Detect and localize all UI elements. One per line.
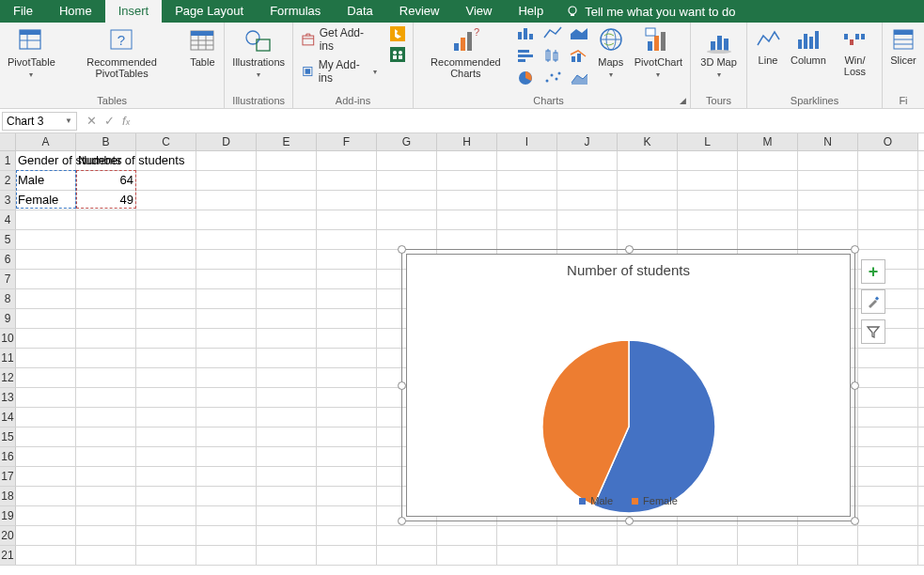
cell-O15[interactable] [858,427,918,446]
cell-E5[interactable] [257,230,317,249]
cell-F20[interactable] [317,526,377,545]
cell-D20[interactable] [196,526,257,545]
cell-E12[interactable] [257,368,317,387]
cell-I5[interactable] [497,230,557,249]
cell-F15[interactable] [317,427,377,446]
cell-A10[interactable] [16,329,76,348]
row-head-2[interactable]: 2 [0,171,16,190]
cell-B8[interactable] [76,289,136,308]
cell-F18[interactable] [317,487,377,505]
cell-I1[interactable] [497,151,557,170]
cell-M1[interactable] [738,151,798,170]
row-head-1[interactable]: 1 [0,151,16,170]
cell-D11[interactable] [196,349,257,367]
cell-G4[interactable] [377,210,437,229]
illustrations-button[interactable]: Illustrations▾ [228,24,289,82]
cell-F3[interactable] [317,191,377,210]
cell-J5[interactable] [557,230,618,249]
cell-B1[interactable]: Number of students [76,151,136,170]
col-head-N[interactable]: N [798,133,858,150]
cell-C21[interactable] [136,546,196,565]
row-head-7[interactable]: 7 [0,270,16,288]
cell-E18[interactable] [257,487,317,505]
cell-O2[interactable] [858,171,918,190]
col-head-E[interactable]: E [257,133,317,150]
cell-E17[interactable] [257,467,317,486]
cell-D21[interactable] [196,546,257,565]
cell-O19[interactable] [858,506,918,525]
fx-icon[interactable]: fx [122,114,130,128]
cell-A5[interactable] [16,230,76,249]
cell-M4[interactable] [738,210,798,229]
cell-D1[interactable] [196,151,257,170]
resize-handle-n[interactable] [625,245,634,254]
row-head-13[interactable]: 13 [0,388,16,407]
tab-page-layout[interactable]: Page Layout [162,0,257,23]
cell-A21[interactable] [16,546,76,565]
cell-F2[interactable] [317,171,377,190]
cell-F10[interactable] [317,329,377,348]
cell-B3[interactable]: 49 [76,191,136,210]
legend-female[interactable]: Female [632,495,678,506]
cell-D17[interactable] [196,467,257,486]
cell-C19[interactable] [136,506,196,525]
cell-D14[interactable] [196,408,257,427]
cell-A15[interactable] [16,427,76,446]
row-head-8[interactable]: 8 [0,289,16,308]
chart-title[interactable]: Number of students [407,255,850,278]
cell-A18[interactable] [16,487,76,505]
get-addins-button[interactable]: Get Add-ins [297,24,381,54]
chart-elements-button[interactable]: + [861,259,885,284]
legend-male[interactable]: Male [579,495,613,506]
surface-chart-button[interactable] [569,70,591,90]
table-button[interactable]: Table [184,24,220,70]
chart-filters-button[interactable] [861,319,885,344]
cell-D9[interactable] [196,309,257,328]
cell-F21[interactable] [317,546,377,565]
row-head-20[interactable]: 20 [0,526,16,545]
cell-E1[interactable] [257,151,317,170]
cell-B4[interactable] [76,210,136,229]
cell-B19[interactable] [76,506,136,525]
cell-J21[interactable] [557,546,618,565]
cell-A20[interactable] [16,526,76,545]
cell-A1[interactable]: Gender of students [16,151,76,170]
cell-B14[interactable] [76,408,136,427]
cell-N1[interactable] [798,151,858,170]
cell-E8[interactable] [257,289,317,308]
pivottable-button[interactable]: PivotTable▾ [4,24,59,82]
cell-A9[interactable] [16,309,76,328]
cell-B18[interactable] [76,487,136,505]
chart-legend[interactable]: Male Female [407,495,850,506]
cell-M20[interactable] [738,526,798,545]
3d-map-button[interactable]: 3D Map ▾ [695,24,743,82]
row-head-10[interactable]: 10 [0,329,16,348]
row-head-21[interactable]: 21 [0,546,16,565]
maps-button[interactable]: Maps▾ [593,24,629,82]
pie-chart-button[interactable] [516,70,539,90]
cell-O11[interactable] [858,349,918,367]
col-head-B[interactable]: B [76,133,136,150]
charts-dialog-launcher[interactable]: ◢ [680,96,686,105]
recommended-charts-button[interactable]: ? Recommended Charts [417,24,514,81]
col-head-J[interactable]: J [557,133,618,150]
col-head-M[interactable]: M [738,133,798,150]
row-head-12[interactable]: 12 [0,368,16,387]
tab-data[interactable]: Data [334,0,385,23]
row-head-16[interactable]: 16 [0,447,16,466]
area-chart-button[interactable] [569,24,591,45]
cell-D12[interactable] [196,368,257,387]
cell-O21[interactable] [858,546,918,565]
cell-D7[interactable] [196,270,257,288]
cell-A19[interactable] [16,506,76,525]
cell-F17[interactable] [317,467,377,486]
cell-E15[interactable] [257,427,317,446]
cell-C8[interactable] [136,289,196,308]
row-head-15[interactable]: 15 [0,427,16,446]
row-head-14[interactable]: 14 [0,408,16,427]
col-head-K[interactable]: K [618,133,678,150]
resize-handle-ne[interactable] [851,245,859,254]
cell-B20[interactable] [76,526,136,545]
chart-object[interactable]: Number of students Male Female [401,249,855,521]
cell-C17[interactable] [136,467,196,486]
